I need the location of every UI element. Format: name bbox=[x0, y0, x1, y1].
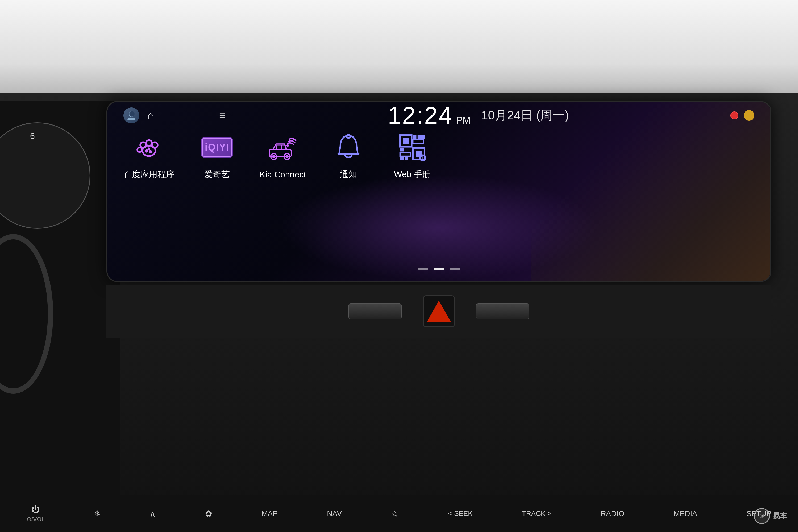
fan-icon: ✿ bbox=[205, 509, 212, 519]
vent-left[interactable] bbox=[348, 303, 402, 319]
iqiyi-label: 爱奇艺 bbox=[204, 169, 230, 180]
watermark-circle: © bbox=[754, 508, 770, 524]
watermark-text: 易车 bbox=[773, 511, 787, 521]
avatar[interactable] bbox=[124, 108, 139, 124]
svg-rect-23 bbox=[418, 135, 421, 138]
steering-wheel-edge bbox=[0, 234, 53, 394]
svg-point-6 bbox=[137, 147, 142, 152]
baidu-icon-wrap bbox=[133, 131, 165, 163]
btn-seek-prev[interactable]: < SEEK bbox=[448, 509, 473, 518]
watermark-symbol: © bbox=[760, 513, 764, 519]
page-dot-2[interactable] bbox=[434, 268, 444, 270]
app-item-notifications[interactable]: 通知 bbox=[327, 131, 370, 180]
status-indicator bbox=[744, 110, 754, 121]
notifications-label: 通知 bbox=[340, 169, 357, 180]
baidu-paw-icon bbox=[134, 133, 164, 162]
kia-connect-icon-wrap bbox=[267, 132, 299, 165]
svg-rect-26 bbox=[400, 148, 403, 151]
speed-tick-6: 6 bbox=[30, 131, 35, 141]
power-icon: ⏻ bbox=[32, 504, 40, 514]
hamburger-menu[interactable]: ≡ bbox=[219, 110, 226, 121]
window-light bbox=[0, 0, 798, 107]
hazard-button[interactable] bbox=[423, 295, 455, 327]
up-icon: ∧ bbox=[150, 509, 156, 519]
radio-label: RADIO bbox=[601, 509, 624, 518]
web-manual-icon-wrap: i bbox=[396, 131, 428, 163]
svg-rect-25 bbox=[413, 140, 424, 143]
date-value: 10月24日 (周一) bbox=[481, 107, 569, 124]
hazard-triangle-icon bbox=[427, 301, 451, 322]
svg-point-1 bbox=[129, 111, 135, 116]
svg-rect-19 bbox=[403, 138, 409, 144]
svg-point-5 bbox=[152, 142, 158, 148]
btn-up[interactable]: ∧ bbox=[150, 509, 156, 519]
infotainment-screen: ⌂ ≡ 12:24 PM 10月24日 (周一) bbox=[107, 101, 772, 282]
btn-power-vol[interactable]: ⏻ ⊙/VOL bbox=[26, 504, 45, 523]
physical-controls bbox=[107, 285, 772, 338]
btn-favorite[interactable]: ☆ bbox=[391, 509, 399, 519]
climate-icon: ❄ bbox=[94, 509, 100, 518]
baidu-label: 百度应用程序 bbox=[124, 169, 174, 180]
svg-point-8 bbox=[149, 150, 152, 153]
svg-point-10 bbox=[286, 144, 289, 147]
page-indicators bbox=[418, 268, 460, 270]
status-bar: ⌂ ≡ 12:24 PM 10月24日 (周一) bbox=[108, 102, 770, 129]
btn-fan[interactable]: ✿ bbox=[205, 509, 212, 519]
speedometer-area: 6 7 bbox=[0, 101, 120, 532]
time-display: 12:24 PM bbox=[388, 102, 471, 129]
power-vol-label: ⊙/VOL bbox=[26, 516, 45, 523]
svg-point-7 bbox=[145, 149, 148, 153]
vent-right[interactable] bbox=[476, 303, 529, 319]
btn-nav[interactable]: NAV bbox=[327, 509, 342, 518]
web-manual-icon: i bbox=[398, 133, 427, 162]
svg-text:i: i bbox=[422, 156, 423, 160]
page-dot-3[interactable] bbox=[450, 268, 460, 270]
web-manual-label: Web 手册 bbox=[394, 169, 431, 180]
svg-rect-24 bbox=[421, 135, 424, 138]
star-icon: ☆ bbox=[391, 509, 399, 519]
app-item-web-manual[interactable]: i Web 手册 bbox=[391, 131, 434, 180]
svg-rect-27 bbox=[400, 153, 411, 156]
svg-rect-22 bbox=[413, 135, 417, 138]
media-label: MEDIA bbox=[673, 509, 697, 518]
home-icon[interactable]: ⌂ bbox=[147, 109, 154, 122]
svg-rect-29 bbox=[405, 156, 408, 159]
btn-track-next[interactable]: TRACK > bbox=[522, 509, 551, 518]
iqiyi-icon-wrap: iQIYI bbox=[201, 131, 233, 163]
map-label: MAP bbox=[262, 509, 278, 518]
btn-map[interactable]: MAP bbox=[262, 509, 278, 518]
seek-prev-label: < SEEK bbox=[448, 509, 473, 518]
iqiyi-icon: iQIYI bbox=[201, 137, 233, 158]
iqiyi-text: iQIYI bbox=[205, 142, 229, 153]
time-value: 12:24 bbox=[388, 102, 453, 129]
app-grid: 百度应用程序 iQIYI 爱奇艺 bbox=[124, 131, 717, 180]
bottom-bar: ⏻ ⊙/VOL ❄ ∧ ✿ MAP NAV ☆ < SEEK TRACK > R… bbox=[0, 495, 798, 532]
track-next-label: TRACK > bbox=[522, 509, 551, 518]
svg-point-9 bbox=[148, 147, 150, 150]
btn-climate[interactable]: ❄ bbox=[94, 509, 100, 518]
svg-rect-28 bbox=[400, 156, 403, 159]
status-right bbox=[730, 110, 754, 121]
status-left: ⌂ bbox=[124, 108, 203, 124]
app-item-kia-connect[interactable]: Kia Connect bbox=[260, 132, 306, 179]
kia-connect-icon bbox=[267, 134, 299, 163]
page-dot-1[interactable] bbox=[418, 268, 428, 270]
watermark: © 易车 bbox=[754, 508, 787, 524]
btn-radio[interactable]: RADIO bbox=[601, 509, 624, 518]
app-item-baidu[interactable]: 百度应用程序 bbox=[124, 131, 174, 180]
time-ampm: PM bbox=[456, 115, 471, 126]
avatar-icon bbox=[126, 110, 137, 121]
signal-dot bbox=[730, 111, 738, 119]
screen-inner: ⌂ ≡ 12:24 PM 10月24日 (周一) bbox=[108, 102, 770, 281]
notifications-icon-wrap bbox=[332, 131, 364, 163]
bell-icon bbox=[334, 133, 363, 162]
btn-media[interactable]: MEDIA bbox=[673, 509, 697, 518]
speedometer-circle: 6 7 bbox=[0, 122, 91, 229]
app-item-iqiyi[interactable]: iQIYI 爱奇艺 bbox=[196, 131, 238, 180]
time-date-display: 12:24 PM 10月24日 (周一) bbox=[226, 102, 730, 129]
nav-label: NAV bbox=[327, 509, 342, 518]
kia-connect-label: Kia Connect bbox=[260, 170, 306, 179]
hamburger-icon: ≡ bbox=[219, 110, 226, 121]
